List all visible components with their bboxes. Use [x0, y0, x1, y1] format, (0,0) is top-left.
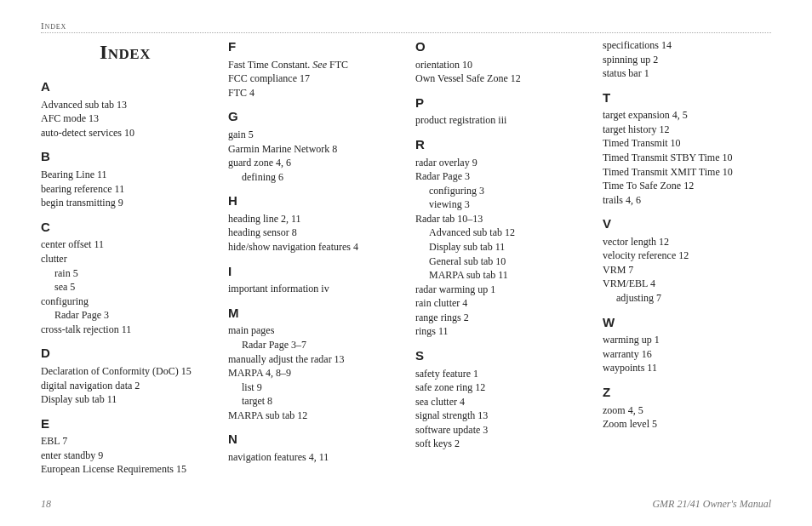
index-entry: Display sub tab 11: [41, 392, 209, 407]
index-subentry: General sub tab 10: [415, 254, 584, 269]
index-entry: Garmin Marine Network 8: [228, 142, 397, 157]
index-entry: specifications 14: [603, 38, 771, 53]
index-columns: IndexAAdvanced sub tab 13AFC mode 13auto…: [41, 38, 771, 491]
index-entry: Own Vessel Safe Zone 12: [415, 71, 584, 86]
index-entry: Zoom level 5: [603, 417, 771, 432]
index-entry: main pages: [228, 323, 397, 338]
index-entry: target history 12: [603, 123, 771, 137]
index-subentry: Radar Page 3–7: [228, 338, 397, 352]
index-subentry: configuring 3: [415, 184, 584, 198]
index-entry: Fast Time Constant. See FTC: [228, 58, 397, 72]
index-entry: bearing reference 11: [41, 182, 209, 197]
index-subentry: MARPA sub tab 11: [415, 268, 584, 283]
index-entry: MARPA sub tab 12: [228, 409, 397, 423]
index-entry: sea clutter 4: [415, 395, 584, 409]
index-subentry: sea 5: [41, 280, 209, 294]
index-letter-c: C: [41, 219, 209, 237]
index-entry: safe zone ring 12: [415, 380, 584, 395]
index-entry: signal strength 13: [415, 409, 584, 423]
index-entry: Timed Transmit STBY Time 10: [603, 151, 771, 165]
index-entry: product registration iii: [415, 113, 584, 128]
index-entry: FCC compliance 17: [228, 71, 397, 86]
index-entry: clutter: [41, 252, 209, 266]
index-letter-a: A: [41, 78, 209, 96]
column-2: FFast Time Constant. See FTCFCC complian…: [228, 38, 397, 491]
index-entry: important information iv: [228, 282, 397, 296]
index-entry: FTC 4: [228, 86, 397, 100]
index-entry: VRM/EBL 4: [603, 277, 771, 291]
column-4: specifications 14spinning up 2status bar…: [603, 38, 771, 491]
index-entry: software update 3: [415, 423, 584, 437]
index-entry: status bar 1: [603, 66, 771, 81]
index-entry: MARPA 4, 8–9: [228, 366, 397, 380]
index-entry: navigation features 4, 11: [228, 450, 397, 465]
index-entry: manually adjust the radar 13: [228, 352, 397, 367]
index-entry: gain 5: [228, 128, 397, 142]
index-entry: rings 11: [415, 324, 584, 339]
index-subentry: target 8: [228, 394, 397, 409]
index-subentry: viewing 3: [415, 197, 584, 212]
index-entry: AFC mode 13: [41, 111, 209, 126]
index-entry: hide/show navigation features 4: [228, 240, 397, 254]
index-letter-h: H: [228, 192, 397, 210]
index-letter-b: B: [41, 148, 209, 166]
index-entry: trails 4, 6: [603, 193, 771, 208]
column-1: IndexAAdvanced sub tab 13AFC mode 13auto…: [41, 38, 209, 491]
column-3: Oorientation 10Own Vessel Safe Zone 12Pp…: [415, 38, 584, 491]
index-letter-g: G: [228, 108, 397, 126]
index-entry: VRM 7: [603, 263, 771, 277]
index-entry: guard zone 4, 6: [228, 156, 397, 170]
index-entry: Bearing Line 11: [41, 168, 209, 182]
index-letter-s: S: [415, 347, 584, 365]
index-title: Index: [41, 38, 209, 66]
index-letter-o: O: [415, 38, 584, 56]
index-letter-n: N: [228, 431, 397, 449]
index-letter-d: D: [41, 345, 209, 363]
index-entry: safety feature 1: [415, 367, 584, 381]
index-subentry: Display sub tab 11: [415, 240, 584, 254]
index-entry: begin transmitting 9: [41, 196, 209, 210]
index-entry: Timed Transmit XMIT Time 10: [603, 165, 771, 180]
index-letter-z: Z: [603, 384, 771, 402]
index-entry: Declaration of Conformity (DoC) 15: [41, 364, 209, 379]
index-letter-t: T: [603, 89, 771, 107]
index-entry: EBL 7: [41, 434, 209, 449]
running-header-text: Index: [41, 20, 66, 31]
index-entry: cross-talk rejection 11: [41, 323, 209, 337]
index-entry: spinning up 2: [603, 53, 771, 67]
index-entry: auto-detect services 10: [41, 126, 209, 140]
index-subentry: defining 6: [228, 170, 397, 185]
index-entry: Radar Page 3: [415, 169, 584, 184]
index-entry: center offset 11: [41, 237, 209, 252]
page: Index IndexAAdvanced sub tab 13AFC mode …: [0, 0, 812, 526]
index-entry: soft keys 2: [415, 437, 584, 451]
index-subentry: Advanced sub tab 12: [415, 226, 584, 240]
index-entry: digital navigation data 2: [41, 379, 209, 393]
manual-title: GMR 21/41 Owner's Manual: [652, 498, 771, 511]
index-entry: range rings 2: [415, 311, 584, 325]
index-entry: target expansion 4, 5: [603, 108, 771, 123]
index-entry: orientation 10: [415, 58, 584, 72]
index-entry: heading line 2, 11: [228, 212, 397, 226]
index-entry: vector length 12: [603, 235, 771, 249]
index-subentry: rain 5: [41, 266, 209, 281]
index-letter-i: I: [228, 263, 397, 281]
index-entry: warranty 16: [603, 347, 771, 362]
running-header: Index: [41, 20, 771, 31]
index-letter-p: P: [415, 94, 584, 112]
header-rule: [41, 32, 771, 33]
index-entry: Time To Safe Zone 12: [603, 179, 771, 193]
see-reference: See: [312, 59, 327, 71]
index-entry: waypoints 11: [603, 361, 771, 375]
page-number: 18: [41, 498, 51, 511]
index-entry: zoom 4, 5: [603, 403, 771, 418]
index-entry: velocity reference 12: [603, 249, 771, 263]
index-subentry: adjusting 7: [603, 291, 771, 306]
index-letter-f: F: [228, 38, 397, 56]
index-letter-m: M: [228, 305, 397, 323]
index-entry: configuring: [41, 294, 209, 309]
index-letter-e: E: [41, 415, 209, 433]
index-entry: warming up 1: [603, 333, 771, 347]
index-letter-r: R: [415, 136, 584, 154]
index-letter-w: W: [603, 314, 771, 332]
